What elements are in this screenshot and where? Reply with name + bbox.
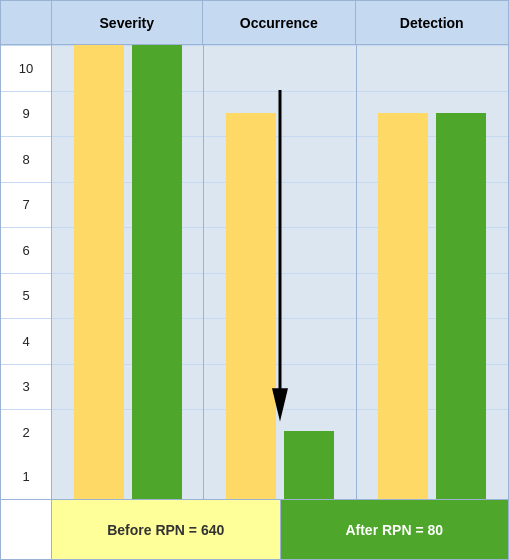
y-tick-1: 1 — [1, 455, 51, 500]
detection-after-bar — [436, 113, 486, 499]
occurrence-after-bar — [284, 431, 334, 499]
detection-section — [357, 45, 508, 499]
detection-before-bar — [378, 113, 428, 499]
y-tick-2: 2 — [1, 409, 51, 455]
severity-section — [52, 45, 204, 499]
occurrence-before-bar — [226, 113, 276, 499]
y-tick-6: 6 — [1, 227, 51, 273]
y-tick-5: 5 — [1, 273, 51, 319]
down-arrow-icon — [270, 90, 290, 421]
legend-spacer — [1, 500, 52, 559]
occurrence-section — [204, 45, 356, 499]
y-tick-7: 7 — [1, 182, 51, 228]
header-row: Severity Occurrence Detection — [0, 0, 509, 45]
y-tick-9: 9 — [1, 91, 51, 137]
occurrence-header: Occurrence — [203, 1, 356, 44]
occurrence-arrow — [270, 90, 290, 421]
y-tick-8: 8 — [1, 136, 51, 182]
y-axis: 1 2 3 4 5 6 7 8 9 10 — [1, 45, 52, 499]
detection-bars — [357, 45, 508, 499]
chart-area: 1 2 3 4 5 6 7 8 9 10 — [0, 45, 509, 500]
svg-marker-1 — [272, 389, 288, 422]
y-tick-4: 4 — [1, 318, 51, 364]
legend-row: Before RPN = 640 After RPN = 80 — [0, 500, 509, 560]
main-container: Severity Occurrence Detection 1 2 3 4 5 … — [0, 0, 509, 560]
detection-header: Detection — [356, 1, 508, 44]
severity-bars — [52, 45, 203, 499]
after-rpn-label: After RPN = 80 — [281, 500, 509, 559]
y-tick-10: 10 — [1, 45, 51, 91]
severity-after-bar — [132, 45, 182, 499]
before-rpn-label: Before RPN = 640 — [52, 500, 281, 559]
y-tick-3: 3 — [1, 364, 51, 410]
severity-before-bar — [74, 45, 124, 499]
severity-header: Severity — [52, 1, 204, 44]
y-axis-header — [1, 1, 52, 44]
